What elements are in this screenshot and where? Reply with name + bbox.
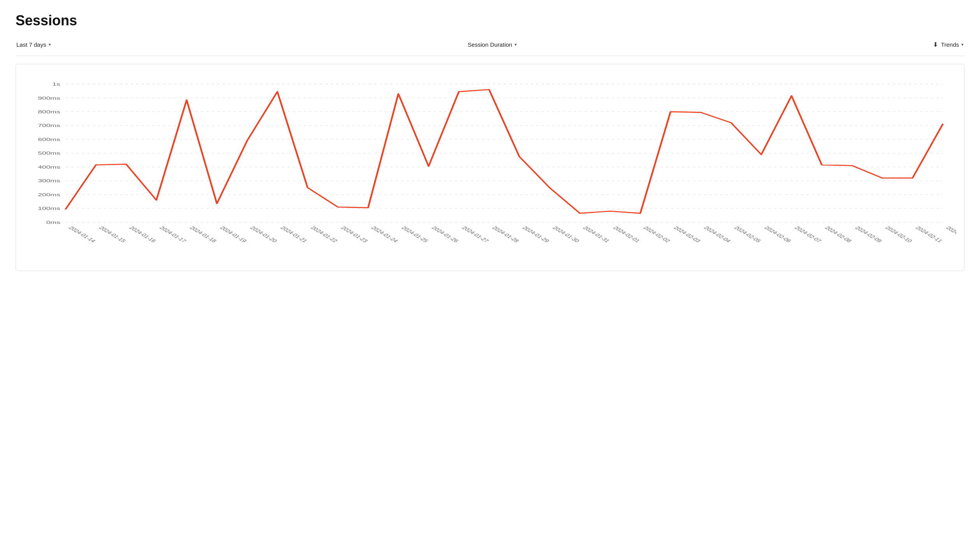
metric-dropdown[interactable]: Session Duration ▾ bbox=[467, 40, 518, 49]
svg-text:2024-01-22: 2024-01-22 bbox=[309, 225, 339, 243]
date-range-label: Last 7 days bbox=[16, 41, 46, 48]
trends-label: Trends bbox=[941, 41, 959, 48]
svg-text:200ms: 200ms bbox=[38, 192, 60, 197]
svg-text:2024-01-28: 2024-01-28 bbox=[491, 225, 520, 243]
svg-text:900ms: 900ms bbox=[38, 95, 60, 100]
toolbar-center: Session Duration ▾ bbox=[467, 40, 518, 49]
svg-text:2024-01-23: 2024-01-23 bbox=[339, 225, 369, 243]
svg-text:2024-01-26: 2024-01-26 bbox=[430, 225, 460, 243]
svg-text:2024-01-19: 2024-01-19 bbox=[219, 225, 248, 243]
svg-text:500ms: 500ms bbox=[38, 151, 60, 155]
svg-text:2024-02-03: 2024-02-03 bbox=[672, 225, 702, 243]
svg-text:2024-01-27: 2024-01-27 bbox=[460, 225, 490, 243]
svg-text:800ms: 800ms bbox=[38, 109, 60, 114]
svg-text:2024-01-29: 2024-01-29 bbox=[521, 225, 551, 243]
svg-text:2024-02-08: 2024-02-08 bbox=[824, 225, 853, 243]
metric-label: Session Duration bbox=[468, 41, 512, 48]
toolbar-right: ⬇ Trends ▾ bbox=[933, 40, 964, 49]
trends-dropdown[interactable]: Trends ▾ bbox=[940, 40, 964, 49]
svg-text:2024-02-07: 2024-02-07 bbox=[793, 225, 823, 243]
toolbar: Last 7 days ▾ Session Duration ▾ ⬇ Trend… bbox=[16, 40, 964, 56]
svg-text:600ms: 600ms bbox=[38, 137, 60, 142]
svg-text:100ms: 100ms bbox=[38, 206, 60, 211]
date-range-caret-icon: ▾ bbox=[49, 42, 51, 47]
line-chart: 1s900ms800ms700ms600ms500ms400ms300ms200… bbox=[24, 76, 956, 263]
date-range-dropdown[interactable]: Last 7 days ▾ bbox=[16, 40, 52, 49]
svg-text:700ms: 700ms bbox=[38, 123, 60, 128]
metric-caret-icon: ▾ bbox=[515, 42, 517, 47]
download-icon: ⬇ bbox=[933, 41, 938, 48]
trends-caret-icon: ▾ bbox=[961, 42, 964, 47]
download-button[interactable]: ⬇ bbox=[933, 41, 938, 48]
svg-text:2024-02-06: 2024-02-06 bbox=[763, 225, 792, 243]
svg-text:2024-01-25: 2024-01-25 bbox=[400, 225, 430, 243]
svg-text:2024-02-04: 2024-02-04 bbox=[703, 225, 732, 243]
svg-text:2024-02-12: 2024-02-12 bbox=[945, 225, 956, 243]
svg-text:2024-02-09: 2024-02-09 bbox=[854, 225, 883, 243]
svg-text:2024-01-14: 2024-01-14 bbox=[67, 225, 97, 243]
svg-text:2024-02-02: 2024-02-02 bbox=[642, 225, 672, 243]
page-title: Sessions bbox=[16, 12, 964, 29]
svg-text:2024-01-16: 2024-01-16 bbox=[128, 225, 157, 243]
svg-text:2024-01-31: 2024-01-31 bbox=[581, 225, 611, 243]
svg-text:2024-01-15: 2024-01-15 bbox=[98, 225, 127, 243]
svg-text:2024-01-18: 2024-01-18 bbox=[188, 225, 218, 243]
svg-text:0ms: 0ms bbox=[46, 220, 60, 225]
toolbar-left: Last 7 days ▾ bbox=[16, 40, 52, 49]
svg-text:2024-01-20: 2024-01-20 bbox=[249, 225, 278, 243]
chart-area: 1s900ms800ms700ms600ms500ms400ms300ms200… bbox=[24, 76, 956, 263]
svg-text:2024-02-11: 2024-02-11 bbox=[914, 225, 944, 243]
svg-text:2024-01-21: 2024-01-21 bbox=[279, 225, 309, 243]
svg-text:300ms: 300ms bbox=[38, 178, 60, 183]
svg-text:2024-02-05: 2024-02-05 bbox=[733, 225, 762, 243]
chart-container: 1s900ms800ms700ms600ms500ms400ms300ms200… bbox=[16, 64, 964, 271]
svg-text:400ms: 400ms bbox=[38, 165, 60, 169]
svg-text:2024-02-10: 2024-02-10 bbox=[884, 225, 913, 243]
svg-text:2024-01-17: 2024-01-17 bbox=[158, 225, 188, 243]
svg-text:1s: 1s bbox=[53, 82, 60, 86]
svg-text:2024-02-01: 2024-02-01 bbox=[612, 225, 641, 243]
svg-text:2024-01-30: 2024-01-30 bbox=[551, 225, 581, 243]
svg-text:2024-01-24: 2024-01-24 bbox=[370, 225, 399, 243]
